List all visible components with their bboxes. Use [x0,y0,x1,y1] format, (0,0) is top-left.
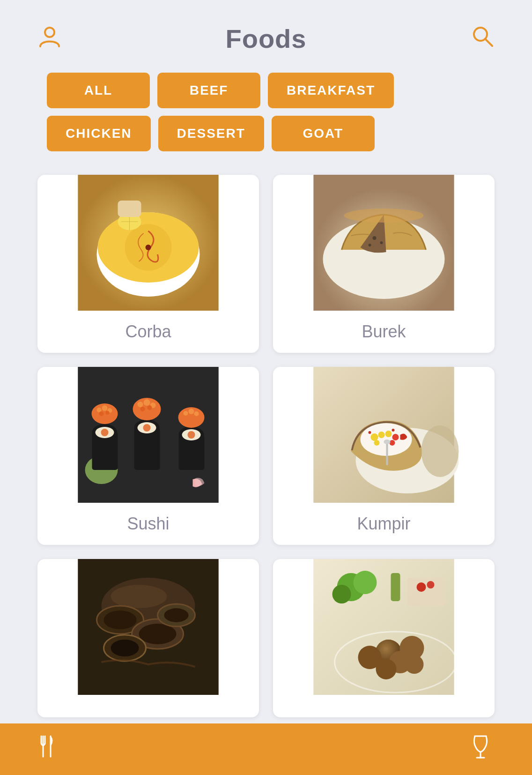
svg-point-72 [139,624,177,644]
filter-section: ALL BEEF BREAKFAST CHICKEN DESSERT GOAT [0,68,532,165]
svg-point-70 [104,611,137,629]
search-icon[interactable] [470,24,495,53]
filter-breakfast[interactable]: BREAKFAST [268,73,394,108]
food-card-burek[interactable]: Burek [273,175,495,353]
svg-point-26 [101,429,109,436]
svg-point-62 [392,429,395,432]
svg-point-18 [369,244,371,246]
fork-knife-icon[interactable] [37,732,66,766]
food-name-kumpir: Kumpir [273,503,495,545]
food-card-partial2[interactable] [273,559,495,717]
svg-rect-94 [391,573,400,601]
food-name-sushi: Sushi [37,503,259,545]
svg-point-19 [344,209,424,223]
food-card-sushi[interactable]: Sushi [37,367,259,545]
svg-point-77 [111,585,167,608]
filter-beef[interactable]: BEEF [157,73,260,108]
svg-point-31 [99,411,104,416]
food-name-burek: Burek [273,311,495,353]
svg-point-64 [384,440,391,444]
svg-point-8 [146,245,151,250]
svg-point-60 [390,440,395,446]
bottom-nav [0,723,532,775]
food-card-corba[interactable]: Corba [37,175,259,353]
svg-point-93 [427,581,435,589]
svg-point-56 [378,432,385,438]
food-card-kumpir[interactable]: Kumpir [273,367,495,545]
svg-point-76 [164,608,189,622]
svg-point-92 [417,582,426,592]
svg-point-88 [376,659,397,679]
svg-point-65 [421,425,459,477]
svg-rect-12 [118,201,141,217]
svg-point-74 [111,640,139,656]
svg-point-81 [354,571,377,594]
header: Foods [0,0,532,68]
filter-dessert[interactable]: DESSERT [158,116,264,151]
wine-glass-icon[interactable] [466,732,495,766]
svg-point-38 [138,402,143,407]
svg-point-29 [102,405,108,411]
filter-chicken[interactable]: CHICKEN [47,116,151,151]
food-name-corba: Corba [37,311,259,353]
svg-point-82 [332,585,351,604]
svg-point-42 [148,405,152,410]
filter-goat[interactable]: GOAT [272,116,375,151]
svg-point-89 [405,655,424,674]
svg-point-49 [189,409,194,414]
food-name-partial2 [273,695,495,717]
svg-point-39 [144,399,150,406]
svg-point-46 [188,431,195,439]
food-card-partial1[interactable] [37,559,259,717]
svg-point-48 [184,411,188,416]
svg-point-55 [371,433,378,441]
svg-point-32 [106,411,110,415]
svg-point-0 [45,28,54,37]
filter-all[interactable]: ALL [47,73,150,108]
svg-point-61 [369,431,371,434]
svg-point-58 [374,440,380,446]
svg-rect-91 [407,578,445,606]
user-icon[interactable] [37,24,62,53]
food-grid: Corba [0,165,532,727]
svg-point-41 [140,407,145,411]
svg-point-36 [143,424,151,432]
svg-point-17 [380,241,383,244]
svg-point-50 [194,411,199,416]
svg-line-2 [485,39,492,46]
svg-point-57 [385,431,392,437]
svg-point-59 [392,434,399,440]
page-title: Foods [226,23,307,54]
food-name-partial1 [37,695,259,717]
svg-point-16 [373,236,377,240]
svg-rect-63 [386,442,388,465]
